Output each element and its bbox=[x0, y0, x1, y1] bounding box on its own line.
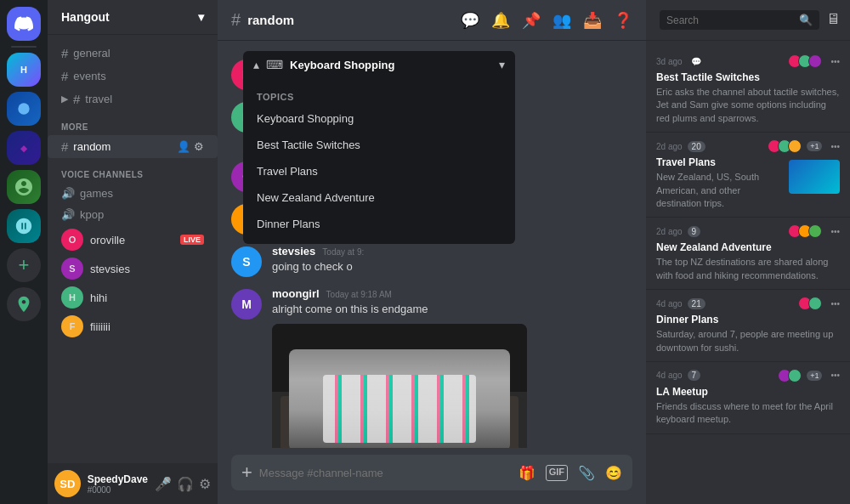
channel-label-travel: travel bbox=[85, 93, 112, 105]
thread-title: Dinner Plans bbox=[656, 314, 840, 326]
svg-rect-18 bbox=[304, 422, 316, 433]
search-input[interactable] bbox=[666, 14, 794, 26]
hash-icon: # bbox=[61, 46, 68, 60]
topic-item-best-tactile[interactable]: Best Tactile Switches bbox=[243, 132, 515, 158]
threads-list: 3d ago 💬 ••• Best Tactile Switches Eric … bbox=[646, 41, 850, 504]
server-icon-3[interactable]: ◆ bbox=[7, 131, 41, 165]
topics-current-label: Keyboard Shopping bbox=[290, 59, 492, 71]
svg-rect-19 bbox=[319, 422, 331, 433]
thread-title: LA Meetup bbox=[656, 386, 840, 398]
avatar-current-user: SD bbox=[54, 470, 81, 497]
gift-icon[interactable]: 🎁 bbox=[518, 465, 536, 481]
svg-rect-7 bbox=[333, 409, 345, 419]
svg-rect-9 bbox=[362, 409, 374, 419]
thread-item-dinner-plans[interactable]: 4d ago 21 ••• Dinner Plans Saturday, aro… bbox=[646, 290, 850, 362]
keyboard-image bbox=[272, 324, 527, 448]
emoji-icon[interactable]: 😊 bbox=[605, 465, 622, 481]
topics-bar: ▴ ⌨ Keyboard Shopping ▾ bbox=[243, 51, 515, 78]
attach-icon[interactable]: 📎 bbox=[578, 465, 595, 481]
avatar: S bbox=[231, 246, 262, 277]
hash-icon: # bbox=[61, 69, 68, 83]
members-icon[interactable]: 👥 bbox=[552, 11, 571, 30]
svg-rect-17 bbox=[478, 409, 490, 419]
svg-rect-34 bbox=[411, 436, 436, 446]
more-options-icon[interactable]: ••• bbox=[830, 299, 840, 309]
settings-icon: ⚙ bbox=[194, 140, 204, 153]
thread-time: 4d ago bbox=[656, 371, 683, 380]
thread-item-nz-adventure[interactable]: 2d ago 9 ••• New Zealand Adventure The t… bbox=[646, 218, 850, 290]
add-server-button[interactable]: + bbox=[7, 248, 41, 282]
more-members-badge: +1 bbox=[807, 141, 822, 151]
voice-item-kpop[interactable]: 🔊 kpop bbox=[48, 204, 218, 225]
add-attachment-button[interactable]: + bbox=[241, 462, 252, 484]
headphone-icon[interactable]: 🎧 bbox=[177, 476, 194, 492]
topics-menu: TOPICS Keyboard Shopping Best Tactile Sw… bbox=[243, 78, 515, 244]
threads-icon[interactable]: 💬 bbox=[461, 11, 479, 30]
voice-channel-label-games: games bbox=[80, 187, 113, 200]
more-options-icon[interactable]: ••• bbox=[830, 142, 840, 151]
gif-icon[interactable]: GIF bbox=[546, 465, 568, 481]
member-item-oroville[interactable]: O oroville LIVE bbox=[48, 225, 218, 254]
thread-item-travel-plans[interactable]: 2d ago 20 +1 ••• Travel Plans New Zealan… bbox=[646, 133, 850, 218]
server-icon-1[interactable]: H bbox=[7, 53, 41, 87]
settings-icon[interactable]: ⚙ bbox=[199, 476, 211, 492]
bell-icon[interactable]: 🔔 bbox=[491, 11, 510, 30]
search-box: 🔍 bbox=[660, 10, 819, 30]
avatar-stevsies: S bbox=[61, 258, 83, 280]
pin-icon[interactable]: 📌 bbox=[522, 11, 541, 30]
svg-rect-16 bbox=[463, 409, 475, 419]
svg-rect-8 bbox=[348, 409, 360, 419]
svg-rect-5 bbox=[304, 409, 316, 419]
svg-rect-21 bbox=[348, 422, 360, 433]
screen-icon[interactable]: 🖥 bbox=[826, 11, 841, 29]
svg-rect-22 bbox=[362, 422, 374, 433]
server-icon-4[interactable] bbox=[7, 170, 41, 204]
channel-item-general[interactable]: # general bbox=[48, 42, 218, 65]
chevron-down-icon: ▾ bbox=[198, 10, 204, 24]
svg-rect-6 bbox=[319, 409, 331, 419]
channel-item-travel[interactable]: ▶ # travel bbox=[48, 88, 218, 110]
topic-item-travel-plans[interactable]: Travel Plans bbox=[243, 158, 515, 184]
thread-time: 4d ago bbox=[656, 299, 683, 309]
member-item-fiiiiiii[interactable]: F fiiiiiii bbox=[48, 312, 218, 341]
thread-title: New Zealand Adventure bbox=[656, 241, 840, 253]
member-item-hihi[interactable]: H hihi bbox=[48, 283, 218, 312]
avatar-hihi: H bbox=[61, 286, 83, 309]
member-item-stevsies[interactable]: S stevsies bbox=[48, 254, 218, 283]
collapse-icon: ▶ bbox=[61, 93, 68, 105]
topic-item-nz-adventure[interactable]: New Zealand Adventure bbox=[243, 184, 515, 211]
server-icon-5[interactable] bbox=[7, 209, 41, 243]
thread-time: 3d ago bbox=[656, 57, 683, 66]
topic-item-keyboard-shopping[interactable]: Keyboard Shopping bbox=[243, 105, 515, 132]
member-icon: 👤 bbox=[177, 140, 190, 153]
explore-icon[interactable] bbox=[7, 287, 41, 321]
message-input[interactable] bbox=[259, 467, 512, 479]
voice-item-games[interactable]: 🔊 games bbox=[48, 183, 218, 204]
thread-item-la-meetup[interactable]: 4d ago 7 +1 ••• LA Meetup Friends discus… bbox=[646, 362, 850, 434]
topics-dropdown: ▴ ⌨ Keyboard Shopping ▾ TOPICS Keyboard … bbox=[243, 51, 515, 244]
more-options-icon[interactable]: ••• bbox=[830, 371, 840, 380]
thread-title: Best Tactile Switches bbox=[656, 71, 840, 83]
svg-rect-26 bbox=[420, 422, 432, 433]
chevron-up-icon[interactable]: ▴ bbox=[253, 58, 259, 71]
channel-item-random[interactable]: # random 👤 ⚙ bbox=[48, 135, 218, 158]
reply-count: 9 bbox=[688, 226, 701, 237]
user-panel: SD SpeedyDave #0000 🎤 🎧 ⚙ bbox=[48, 463, 218, 504]
server-icon-discord[interactable] bbox=[7, 7, 41, 41]
keyboard-icon: ⌨ bbox=[266, 58, 283, 71]
more-options-icon[interactable]: ••• bbox=[830, 227, 840, 236]
mic-icon[interactable]: 🎤 bbox=[155, 476, 172, 492]
help-icon[interactable]: ❓ bbox=[614, 11, 632, 30]
server-icon-2[interactable] bbox=[7, 92, 41, 126]
channel-item-events[interactable]: # events bbox=[48, 65, 218, 88]
chevron-down-icon[interactable]: ▾ bbox=[499, 58, 505, 71]
message-meta: moongirl Today at 9:18 AM bbox=[272, 287, 632, 300]
server-header[interactable]: Hangout ▾ bbox=[48, 0, 218, 35]
inbox-icon[interactable]: 📥 bbox=[583, 11, 602, 30]
more-options-icon[interactable]: ••• bbox=[830, 57, 840, 66]
avatar: M bbox=[231, 289, 262, 320]
svg-point-0 bbox=[18, 103, 29, 114]
topic-item-dinner-plans[interactable]: Dinner Plans bbox=[243, 211, 515, 237]
thread-item-best-tactile[interactable]: 3d ago 💬 ••• Best Tactile Switches Eric … bbox=[646, 48, 850, 133]
username-label: SpeedyDave bbox=[88, 473, 148, 485]
